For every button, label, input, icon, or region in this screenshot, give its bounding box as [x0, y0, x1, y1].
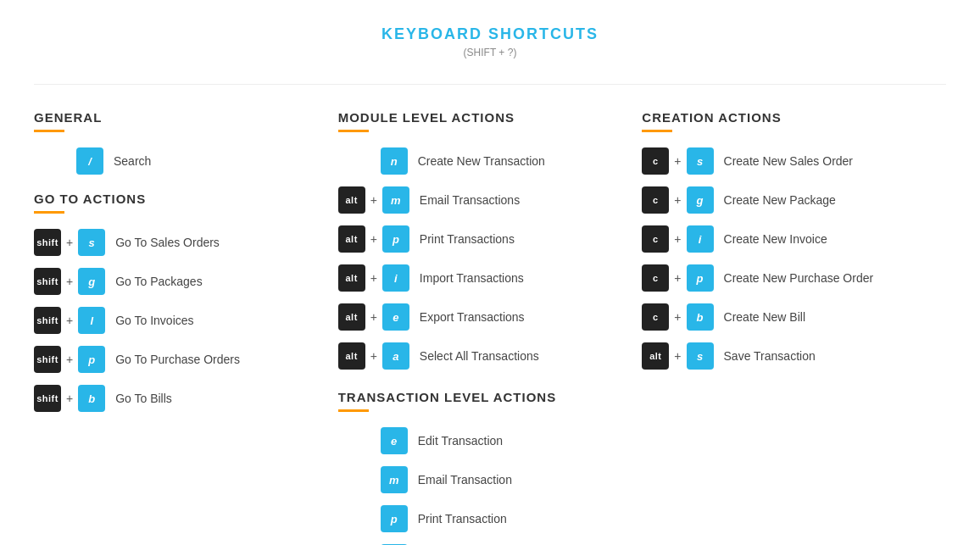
key-shift-3: shift: [34, 346, 61, 373]
key-p-3: p: [687, 264, 714, 292]
shortcut-row-packages: shift + g Go To Packages: [34, 268, 321, 295]
general-underline: [34, 130, 64, 132]
shortcut-row-print-txns: alt + p Print Transactions: [338, 225, 626, 253]
columns: GENERAL / Search GO TO ACTIONS shift + s…: [34, 110, 946, 545]
goto-section-title: GO TO ACTIONS: [34, 192, 321, 206]
goto-underline: [34, 211, 64, 214]
shortcut-row-create-bill: c + b Create New Bill: [642, 303, 929, 331]
plus-10: +: [674, 154, 681, 168]
shortcut-row-save-txn: alt + s Save Transaction: [642, 342, 929, 370]
general-section-title: GENERAL: [34, 110, 321, 125]
shortcut-row-search: / Search: [34, 147, 321, 175]
plus-0: +: [66, 236, 73, 249]
label-import-txns: Import Transactions: [420, 271, 524, 285]
shortcut-row-create-txn: n Create New Transaction: [338, 147, 626, 175]
key-p-0: p: [78, 346, 105, 373]
key-e-0: e: [382, 303, 409, 331]
key-p-2: p: [381, 505, 408, 532]
label-export-txns: Export Transactions: [420, 310, 525, 324]
label-email-txn: Email Transaction: [418, 473, 512, 487]
shortcut-row-sales-orders: shift + s Go To Sales Orders: [34, 229, 321, 256]
shortcut-row-edit-txn: e Edit Transaction: [338, 427, 626, 454]
plus-15: +: [674, 349, 681, 363]
page: KEYBOARD SHORTCUTS (SHIFT + ?) GENERAL /…: [0, 0, 980, 545]
plus-12: +: [674, 232, 681, 246]
plus-13: +: [674, 271, 681, 285]
shortcut-row-invoices: shift + l Go To Invoices: [34, 307, 321, 334]
plus-2: +: [66, 314, 73, 327]
plus-14: +: [674, 310, 681, 324]
shortcut-row-email-txns: alt + m Email Transactions: [338, 186, 626, 214]
key-g-1: g: [687, 186, 714, 214]
label-create-bill: Create New Bill: [724, 310, 805, 324]
key-e-1: e: [381, 427, 408, 454]
label-print-txn: Print Transaction: [418, 512, 507, 526]
key-alt-4: alt: [338, 342, 365, 370]
key-slash: /: [76, 147, 103, 175]
key-s-2: s: [687, 342, 714, 370]
module-underline: [338, 130, 369, 132]
label-create-po: Create New Purchase Order: [724, 271, 874, 285]
key-l-0: l: [78, 307, 105, 334]
label-invoices: Go To Invoices: [115, 314, 193, 327]
col-creation: CREATION ACTIONS c + s Create New Sales …: [642, 110, 946, 545]
key-m-0: m: [382, 186, 409, 214]
key-i-1: i: [687, 225, 714, 253]
label-print-txns: Print Transactions: [420, 232, 515, 246]
plus-9: +: [370, 349, 377, 363]
label-create-txn: Create New Transaction: [418, 154, 545, 168]
key-n: n: [381, 147, 408, 175]
key-alt-0: alt: [338, 186, 365, 214]
label-edit-txn: Edit Transaction: [418, 434, 503, 448]
title-accent: SHORTCUTS: [488, 25, 599, 42]
label-search: Search: [114, 154, 151, 168]
plus-5: +: [370, 193, 377, 207]
module-section-title: MODULE LEVEL ACTIONS: [338, 110, 626, 125]
txn-level-section: TRANSACTION LEVEL ACTIONS e Edit Transac…: [338, 390, 626, 545]
shortcut-row-export-txns: alt + e Export Transactions: [338, 303, 626, 331]
key-a-0: a: [382, 342, 409, 370]
label-select-all: Select All Transactions: [420, 349, 539, 363]
key-b-1: b: [687, 303, 714, 331]
key-c-3: c: [642, 264, 669, 292]
key-shift-4: shift: [34, 385, 61, 412]
col-general: GENERAL / Search GO TO ACTIONS shift + s…: [34, 110, 338, 545]
plus-3: +: [66, 353, 73, 366]
key-c-4: c: [642, 303, 669, 331]
label-create-package: Create New Package: [724, 193, 836, 207]
txn-underline: [338, 409, 369, 412]
plus-7: +: [370, 271, 377, 285]
key-s-0: s: [78, 229, 105, 256]
page-subtitle: (SHIFT + ?): [34, 47, 946, 58]
key-alt-2: alt: [338, 264, 365, 292]
goto-section: GO TO ACTIONS shift + s Go To Sales Orde…: [34, 192, 321, 412]
shortcut-row-create-po: c + p Create New Purchase Order: [642, 264, 929, 292]
label-sales-orders: Go To Sales Orders: [115, 236, 220, 249]
label-create-sales: Create New Sales Order: [724, 154, 854, 168]
plus-4: +: [66, 392, 73, 405]
label-purchase-orders: Go To Purchase Orders: [115, 353, 240, 366]
key-p-1: p: [382, 225, 409, 253]
key-c-2: c: [642, 225, 669, 253]
plus-1: +: [66, 275, 73, 288]
key-b-0: b: [78, 385, 105, 412]
shortcut-row-create-invoice: c + i Create New Invoice: [642, 225, 929, 253]
plus-11: +: [674, 193, 681, 207]
col-module: MODULE LEVEL ACTIONS n Create New Transa…: [338, 110, 643, 545]
plus-6: +: [370, 232, 377, 246]
key-c-1: c: [642, 186, 669, 214]
label-create-invoice: Create New Invoice: [724, 232, 827, 246]
creation-section-title: CREATION ACTIONS: [642, 110, 929, 125]
title-static: KEYBOARD: [381, 25, 488, 42]
creation-underline: [642, 130, 672, 132]
shortcut-row-create-package: c + g Create New Package: [642, 186, 929, 214]
key-c-0: c: [642, 147, 669, 175]
page-header: KEYBOARD SHORTCUTS (SHIFT + ?): [34, 25, 946, 58]
shortcut-row-email-txn: m Email Transaction: [338, 466, 626, 493]
key-alt-1: alt: [338, 225, 365, 253]
shortcut-row-import-txns: alt + i Import Transactions: [338, 264, 626, 292]
label-save-txn: Save Transaction: [724, 349, 816, 363]
plus-8: +: [370, 310, 377, 324]
key-alt-3: alt: [338, 303, 365, 331]
label-email-txns: Email Transactions: [420, 193, 520, 207]
